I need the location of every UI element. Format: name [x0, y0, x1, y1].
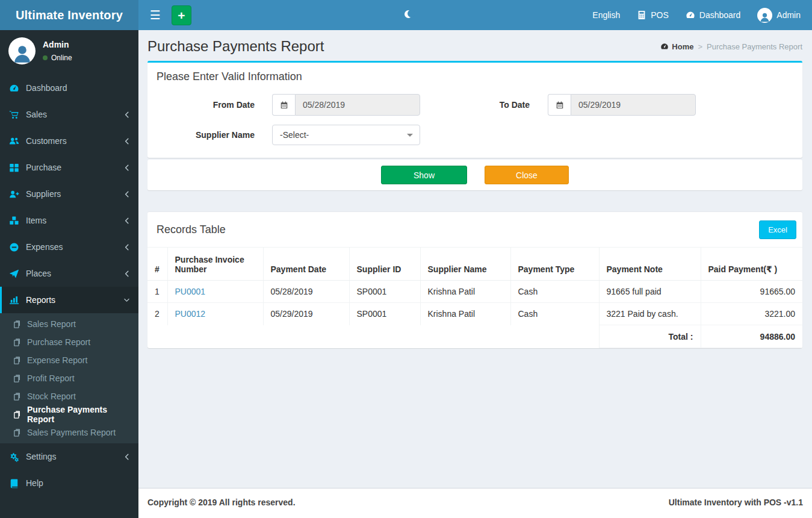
filter-box-title: Please Enter Valid Information — [147, 63, 802, 89]
invoice-link[interactable]: PU0001 — [175, 287, 206, 296]
person-icon — [11, 43, 33, 64]
chevron-left-icon — [123, 164, 130, 172]
excel-export-button[interactable]: Excel — [759, 220, 796, 239]
sidebar: Admin Online Dashboard Sales Customers P… — [0, 30, 138, 518]
sidebar-item-label: Items — [26, 216, 123, 225]
pos-label: POS — [651, 10, 669, 20]
col-header-num: # — [147, 248, 167, 281]
total-label: Total : — [599, 325, 701, 348]
chevron-left-icon — [123, 243, 130, 251]
cubes-icon — [9, 216, 19, 226]
sub-item-label: Stock Report — [27, 392, 76, 401]
pos-link[interactable]: POS — [637, 10, 669, 20]
cell-paid-payment: 91665.00 — [701, 281, 802, 303]
sidebar-item-label: Sales — [26, 110, 123, 119]
col-header-payment-note: Payment Note — [599, 248, 701, 281]
breadcrumb: Home > Purchase Payments Report — [660, 42, 802, 51]
page-footer: Copyright © 2019 All rights reserved. Ul… — [138, 488, 812, 518]
col-header-payment-type: Payment Type — [510, 248, 599, 281]
paper-plane-icon — [9, 269, 19, 279]
report-copy-icon — [13, 374, 22, 383]
sidebar-item-items[interactable]: Items — [0, 207, 138, 234]
dashboard-icon — [9, 83, 19, 93]
close-button[interactable]: Close — [485, 166, 569, 184]
sidebar-item-sales-payments-report[interactable]: Sales Payments Report — [0, 423, 138, 442]
sidebar-item-places[interactable]: Places — [0, 260, 138, 287]
loading-crescent-icon — [404, 10, 412, 18]
person-icon — [759, 11, 770, 23]
to-date-input[interactable] — [571, 94, 696, 116]
sidebar-item-label: Expenses — [26, 242, 123, 252]
sidebar-toggle-icon[interactable]: ☰ — [147, 7, 167, 23]
supplier-select[interactable]: -Select- — [272, 125, 420, 145]
dashboard-label: Dashboard — [699, 10, 741, 20]
col-header-payment-date: Payment Date — [263, 248, 349, 281]
sidebar-item-reports[interactable]: Reports — [0, 287, 138, 313]
cell-payment-type: Cash — [510, 303, 599, 325]
cell-payment-type: Cash — [510, 281, 599, 303]
sidebar-item-suppliers[interactable]: Suppliers — [0, 181, 138, 207]
sidebar-item-purchase[interactable]: Purchase — [0, 154, 138, 181]
sidebar-item-customers[interactable]: Customers — [0, 128, 138, 154]
show-button[interactable]: Show — [381, 166, 467, 184]
brand-title: Ultimate Inventory — [16, 8, 123, 22]
from-date-input[interactable] — [295, 94, 420, 116]
language-label: English — [592, 10, 620, 20]
report-copy-icon — [13, 320, 22, 329]
sidebar-menu: Dashboard Sales Customers Purchase Suppl… — [0, 75, 138, 313]
dashboard-icon — [660, 42, 669, 51]
sidebar-item-help[interactable]: Help — [0, 470, 138, 496]
sidebar-item-purchase-report[interactable]: Purchase Report — [0, 333, 138, 351]
sub-item-label: Purchase Report — [27, 337, 90, 347]
gears-icon — [9, 452, 19, 462]
sidebar-item-label: Suppliers — [26, 189, 123, 199]
calendar-icon[interactable] — [548, 94, 571, 116]
report-copy-icon — [13, 410, 22, 419]
cell-num: 1 — [147, 281, 167, 303]
report-copy-icon — [13, 392, 22, 401]
cell-num: 2 — [147, 303, 167, 325]
sidebar-item-profit-report[interactable]: Profit Report — [0, 369, 138, 387]
chevron-left-icon — [123, 217, 130, 225]
sidebar-item-expense-report[interactable]: Expense Report — [0, 351, 138, 369]
sidebar-item-sales[interactable]: Sales — [0, 101, 138, 128]
calendar-icon[interactable] — [272, 94, 295, 116]
sidebar-item-label: Purchase — [26, 163, 123, 172]
copyright-text: Copyright © 2019 All rights reserved. — [147, 498, 296, 509]
sidebar-item-dashboard[interactable]: Dashboard — [0, 75, 138, 101]
sidebar-item-settings[interactable]: Settings — [0, 443, 138, 470]
bar-chart-icon — [9, 295, 19, 305]
to-date-group — [548, 94, 696, 116]
sidebar-item-purchase-payments-report[interactable]: Purchase Payments Report — [0, 405, 138, 423]
calendar-icon — [556, 101, 564, 110]
sidebar-menu-bottom: Settings Help — [0, 443, 138, 496]
sidebar-item-label: Customers — [26, 136, 123, 146]
sidebar-item-stock-report[interactable]: Stock Report — [0, 387, 138, 405]
breadcrumb-home[interactable]: Home — [660, 42, 693, 51]
col-header-invoice: Purchase Invoice Number — [167, 248, 263, 281]
from-date-group — [272, 94, 420, 116]
sidebar-item-expenses[interactable]: Expenses — [0, 234, 138, 260]
breadcrumb-home-label: Home — [672, 42, 693, 51]
filter-box: Please Enter Valid Information From Date… — [147, 61, 802, 158]
dashboard-link[interactable]: Dashboard — [686, 10, 741, 20]
supplier-select-value: -Select- — [280, 130, 309, 140]
breadcrumb-separator: > — [698, 42, 702, 51]
records-table: # Purchase Invoice Number Payment Date S… — [147, 247, 802, 348]
quick-add-button[interactable]: + — [172, 5, 191, 25]
grid-icon — [9, 163, 19, 173]
from-date-label: From Date — [157, 100, 255, 110]
language-menu[interactable]: English — [592, 10, 620, 20]
user-menu[interactable]: Admin — [757, 8, 801, 23]
sidebar-item-sales-report[interactable]: Sales Report — [0, 315, 138, 333]
chevron-left-icon — [123, 111, 130, 119]
sidebar-user-panel: Admin Online — [0, 30, 138, 71]
dashboard-icon — [686, 10, 695, 20]
page-title: Purchase Payments Report — [147, 38, 324, 55]
report-copy-icon — [13, 428, 22, 437]
sub-item-label: Sales Payments Report — [27, 428, 116, 437]
invoice-link[interactable]: PU0012 — [175, 309, 206, 319]
calculator-icon — [637, 10, 646, 20]
brand-logo[interactable]: Ultimate Inventory — [0, 0, 138, 30]
navbar-main: ☰ + English POS Dashboard Admin — [138, 0, 812, 30]
